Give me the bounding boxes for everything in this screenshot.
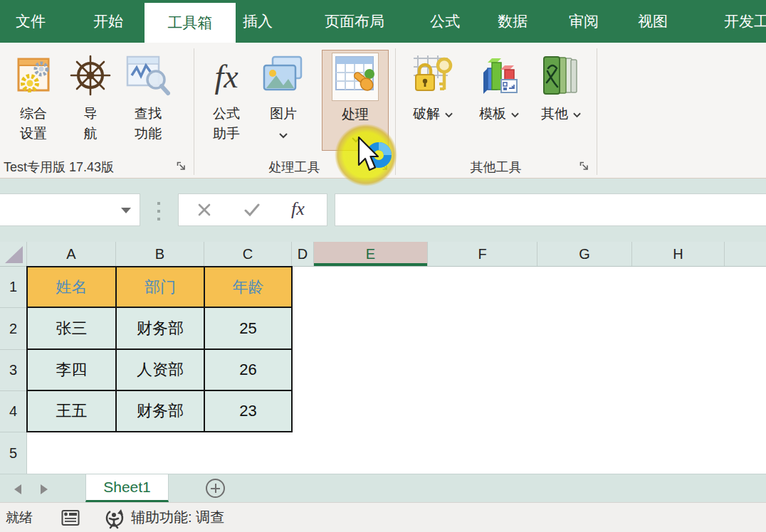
group-name-test-version: Test专用版 17.43版 [4,159,173,176]
column-header-H[interactable]: H [632,242,725,266]
macro-record-icon[interactable] [61,509,80,530]
find-function-button[interactable]: 查找 功能 [120,50,177,144]
row-header-3[interactable]: 3 [0,350,26,391]
separator-dots[interactable] [157,202,160,205]
column-header-A[interactable]: A [27,242,116,266]
selected-column-underline [314,263,427,266]
cell-C4[interactable]: 23 [204,390,292,432]
crack-button[interactable]: 破解 [400,50,466,124]
chevron-down-icon [573,104,581,124]
chart-template-icon [478,54,520,100]
separator-dots[interactable] [157,218,160,220]
data-table: 姓名 部门 年龄 张三 财务部 25 李四 人资部 26 王五 财务部 23 [26,266,293,432]
row-header-5[interactable]: 5 [0,432,26,474]
column-header-E-selected[interactable]: E [314,242,428,266]
button-label-line: 功能 [135,126,162,141]
cell-A2[interactable]: 张三 [27,307,116,349]
button-label-line: 综合 [20,106,47,121]
tab-toolbox-active[interactable]: 工具箱 [156,3,224,43]
cancel-icon[interactable] [197,203,211,220]
accessibility-checker-icon[interactable] [104,508,125,532]
tab-file[interactable]: 文件 [9,0,53,43]
column-header-C[interactable]: C [204,242,292,266]
table-row: 王五 财务部 23 [27,390,292,432]
separator-dots[interactable] [157,210,160,213]
formula-bar: fx [0,179,766,242]
confirm-icon[interactable] [244,203,260,220]
status-mode: 就绪 [6,503,33,532]
button-label-line: 公式 [213,106,240,121]
button-label-line: 处理 [342,107,369,122]
chevron-down-icon [511,104,519,124]
sheet-tab-sheet1[interactable]: Sheet1 [85,474,169,502]
dialog-launcher-icon[interactable] [579,161,589,171]
button-label-line: 查找 [135,106,162,121]
cell-C3[interactable]: 26 [204,349,292,390]
chevron-down-icon [256,129,310,142]
pictures-button[interactable]: 图片 [256,50,310,142]
column-header-G[interactable]: G [537,242,632,266]
tab-developer[interactable]: 开发工具 [715,0,766,43]
button-label-line: 助手 [213,126,240,141]
formula-assistant-button[interactable]: fx 公式 助手 [199,50,253,144]
button-label: 破解 [413,104,440,124]
select-all-button[interactable] [0,242,27,266]
column-letter: E [366,246,375,262]
name-box-dropdown-icon[interactable] [121,208,131,213]
insert-function-icon[interactable]: fx [291,198,305,220]
cell-B3[interactable]: 人资部 [116,349,204,390]
column-header-partial[interactable] [725,242,766,266]
tab-data[interactable]: 数据 [490,0,535,43]
table-row: 姓名 部门 年龄 [27,267,292,307]
comprehensive-settings-button[interactable]: 综合 设置 [6,50,61,144]
other-button[interactable]: 其他 [532,50,589,124]
tab-formulas[interactable]: 公式 [423,0,467,43]
button-label: 模板 [479,104,506,124]
group-name-other-tools: 其他工具 [395,159,597,176]
cell-B2[interactable]: 财务部 [116,307,204,349]
helm-icon [69,54,112,100]
tab-insert[interactable]: 插入 [236,0,280,43]
sheet-nav-right-icon[interactable] [41,484,48,494]
column-header-D[interactable]: D [292,242,314,266]
cell-C1[interactable]: 年龄 [204,267,292,307]
column-header-B[interactable]: B [116,242,204,266]
cell-B4[interactable]: 财务部 [116,390,204,432]
button-label-line: 设置 [20,126,47,141]
fx-formula-icon: fx [214,55,238,98]
cell-B1[interactable]: 部门 [116,267,204,307]
table-hand-icon [335,55,376,98]
row-header-1[interactable]: 1 [0,267,26,308]
cell-C2[interactable]: 25 [204,307,292,349]
column-header-F[interactable]: F [428,242,537,266]
template-button[interactable]: 模板 [468,50,530,124]
formula-buttons-box: fx [178,193,327,226]
group-separator [597,48,597,175]
status-bar: 就绪 辅助功能: 调查 [0,502,766,532]
name-box[interactable] [0,193,140,226]
add-sheet-button[interactable] [206,479,225,498]
row-header-4[interactable]: 4 [0,391,26,432]
green-books-icon [541,54,581,100]
column-header-row: A B C D E F G H [0,242,766,267]
button-label-line: 航 [84,126,98,141]
button-label-line: 图片 [270,106,297,121]
mouse-cursor-icon [357,137,382,176]
sheet-nav-left-icon[interactable] [14,484,21,494]
button-label: 其他 [541,104,568,124]
tab-review[interactable]: 审阅 [562,0,606,43]
tab-view[interactable]: 视图 [631,0,675,43]
status-accessibility[interactable]: 辅助功能: 调查 [131,503,224,532]
tab-page-layout[interactable]: 页面布局 [316,0,393,43]
navigation-button[interactable]: 导 航 [64,50,117,144]
formula-input[interactable] [335,193,766,226]
cell-A1[interactable]: 姓名 [27,267,116,307]
dialog-launcher-icon[interactable] [176,161,187,171]
tab-home[interactable]: 开始 [86,0,130,43]
cell-A4[interactable]: 王五 [27,390,116,432]
settings-window-icon [13,55,54,99]
cell-A3[interactable]: 李四 [27,349,116,390]
find-magnifier-icon [126,54,170,100]
row-header-2[interactable]: 2 [0,308,26,350]
excel-window: 文件 开始 工具箱 插入 页面布局 公式 数据 审阅 视图 开发工具 [0,0,766,532]
